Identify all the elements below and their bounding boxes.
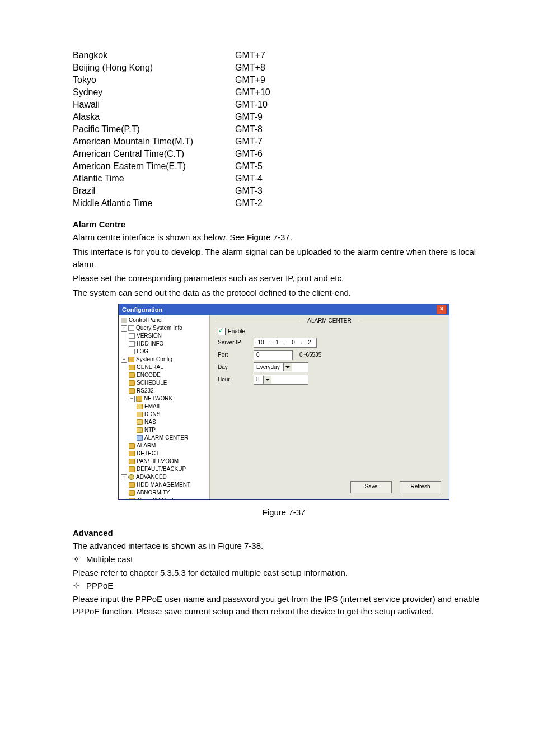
tz-row: BrazilGMT-3 bbox=[73, 186, 495, 196]
tree-log[interactable]: LOG bbox=[129, 348, 209, 356]
advanced-p1: The advanced interface is shown as in Fi… bbox=[73, 540, 495, 552]
tz-gmt: GMT+7 bbox=[235, 50, 265, 60]
tree-network[interactable]: −NETWORK EMAIL DDNS NAS NTP ALARM CENTER bbox=[129, 395, 209, 442]
tz-gmt: GMT+10 bbox=[235, 87, 270, 97]
tree-general[interactable]: GENERAL bbox=[129, 363, 209, 371]
doc-icon bbox=[129, 349, 135, 354]
close-icon[interactable]: × bbox=[437, 305, 447, 314]
dialog-titlebar[interactable]: Configuration × bbox=[119, 304, 449, 315]
alarm-center-form: ALARM CENTER Enable Server IP 10. 1. 0. … bbox=[210, 315, 449, 499]
tree-hdd-management[interactable]: HDD MANAGEMENT bbox=[129, 481, 209, 489]
folder-icon bbox=[129, 451, 135, 456]
enable-label: Enable bbox=[228, 328, 245, 334]
folder-icon bbox=[136, 396, 142, 402]
chevron-down-icon bbox=[263, 376, 271, 384]
configuration-dialog: Configuration × Control Panel −Query Sys… bbox=[118, 304, 449, 500]
folder-icon bbox=[129, 490, 135, 496]
chevron-down-icon bbox=[283, 363, 292, 371]
panel-icon bbox=[121, 318, 127, 323]
tree-ntp[interactable]: NTP bbox=[137, 426, 209, 434]
tz-gmt: GMT-4 bbox=[235, 174, 263, 184]
hour-label: Hour bbox=[218, 376, 254, 382]
tree-advanced[interactable]: −ADVANCED HDD MANAGEMENT ABNORMITY Alarm… bbox=[121, 473, 209, 499]
tree-encode[interactable]: ENCODE bbox=[129, 371, 209, 379]
tz-name: Bangkok bbox=[73, 50, 235, 60]
tree-ddns[interactable]: DDNS bbox=[137, 410, 209, 418]
tree-hdd-info[interactable]: HDD INFO bbox=[129, 340, 209, 348]
tz-name: American Mountain Time(M.T) bbox=[73, 137, 235, 147]
save-button[interactable]: Save bbox=[350, 481, 392, 493]
bullet-multiple-cast: ✧Multiple cast bbox=[73, 554, 495, 564]
folder-icon bbox=[137, 427, 143, 433]
tz-gmt: GMT-3 bbox=[235, 186, 263, 196]
alarm-centre-p3: Please set the corresponding parameters … bbox=[73, 272, 495, 284]
folder-icon bbox=[129, 443, 135, 449]
diamond-icon: ✧ bbox=[73, 554, 86, 564]
gear-icon bbox=[128, 474, 134, 480]
folder-icon bbox=[129, 365, 135, 370]
tz-gmt: GMT-2 bbox=[235, 198, 263, 208]
alarm-centre-p4: The system can send out the data as the … bbox=[73, 287, 495, 299]
tz-name: Hawaii bbox=[73, 100, 235, 110]
tz-gmt: GMT-9 bbox=[235, 112, 263, 122]
tz-name: Middle Atlantic Time bbox=[73, 198, 235, 208]
port-label: Port bbox=[218, 352, 254, 358]
tz-row: Beijing (Hong Kong)GMT+8 bbox=[73, 63, 495, 73]
tz-row: Middle Atlantic TimeGMT-2 bbox=[73, 198, 495, 208]
tz-gmt: GMT+8 bbox=[235, 63, 265, 73]
tree-query-system-info[interactable]: −Query System Info VERSION HDD INFO LOG bbox=[121, 324, 209, 356]
tz-name: American Central Time(C.T) bbox=[73, 149, 235, 159]
tree-schedule[interactable]: SCHEDULE bbox=[129, 379, 209, 387]
enable-checkbox[interactable] bbox=[218, 328, 226, 335]
tz-name: Brazil bbox=[73, 186, 235, 196]
folder-icon bbox=[129, 372, 135, 378]
tz-row: SydneyGMT+10 bbox=[73, 87, 495, 97]
refresh-button[interactable]: Refresh bbox=[400, 481, 441, 493]
tree-system-config[interactable]: −System Config GENERAL ENCODE SCHEDULE R… bbox=[121, 356, 209, 473]
folder-icon bbox=[137, 419, 143, 425]
tree-alarm[interactable]: ALARM bbox=[129, 442, 209, 450]
tz-row: American Mountain Time(M.T)GMT-7 bbox=[73, 137, 495, 147]
tree-rs232[interactable]: RS232 bbox=[129, 387, 209, 395]
tz-name: Pacific Time(P.T) bbox=[73, 124, 235, 134]
alarm-centre-heading: Alarm Centre bbox=[73, 220, 495, 229]
tz-row: HawaiiGMT-10 bbox=[73, 100, 495, 110]
tree-version[interactable]: VERSION bbox=[129, 332, 209, 340]
tree-ptz[interactable]: PAN/TILT/ZOOM bbox=[129, 458, 209, 465]
bullet-pppoe: ✧PPPoE bbox=[73, 581, 495, 591]
tree-control-panel[interactable]: Control Panel bbox=[121, 316, 209, 324]
tz-gmt: GMT+9 bbox=[235, 75, 265, 85]
tz-name: Tokyo bbox=[73, 75, 235, 85]
advanced-p2: Please refer to chapter 5.3.5.3 for deta… bbox=[73, 567, 495, 579]
folder-icon bbox=[137, 412, 143, 417]
folder-icon bbox=[129, 388, 135, 394]
nav-tree[interactable]: Control Panel −Query System Info VERSION… bbox=[119, 315, 210, 499]
tree-nas[interactable]: NAS bbox=[137, 418, 209, 426]
hour-select[interactable]: 8 bbox=[254, 375, 308, 385]
doc-icon bbox=[129, 333, 135, 339]
tz-gmt: GMT-10 bbox=[235, 100, 268, 110]
folder-icon bbox=[129, 482, 135, 488]
folder-icon bbox=[137, 404, 143, 409]
port-input[interactable]: 0 bbox=[254, 350, 293, 360]
tz-row: TokyoGMT+9 bbox=[73, 75, 495, 85]
advanced-heading: Advanced bbox=[73, 528, 495, 538]
tz-name: American Eastern Time(E.T) bbox=[73, 161, 235, 171]
tz-name: Atlantic Time bbox=[73, 174, 235, 184]
tz-row: American Central Time(C.T)GMT-6 bbox=[73, 149, 495, 159]
port-hint: 0~65535 bbox=[299, 352, 321, 358]
tz-row: Atlantic TimeGMT-4 bbox=[73, 174, 495, 184]
folder-icon bbox=[129, 459, 135, 464]
server-ip-label: Server IP bbox=[218, 339, 254, 346]
tree-default-backup[interactable]: DEFAULT/BACKUP bbox=[129, 465, 209, 473]
tree-abnormity[interactable]: ABNORMITY bbox=[129, 489, 209, 497]
tz-name: Alaska bbox=[73, 112, 235, 122]
tree-alarm-center[interactable]: ALARM CENTER bbox=[137, 434, 209, 442]
alarm-centre-p1: Alarm centre interface is shown as below… bbox=[73, 231, 495, 244]
doc-icon bbox=[129, 341, 135, 347]
server-ip-input[interactable]: 10. 1. 0. 2 bbox=[254, 338, 317, 348]
tree-email[interactable]: EMAIL bbox=[137, 403, 209, 410]
day-select[interactable]: Everyday bbox=[254, 362, 308, 372]
tree-detect[interactable]: DETECT bbox=[129, 450, 209, 458]
tree-alarm-io[interactable]: Alarm I/O Config bbox=[129, 497, 209, 499]
